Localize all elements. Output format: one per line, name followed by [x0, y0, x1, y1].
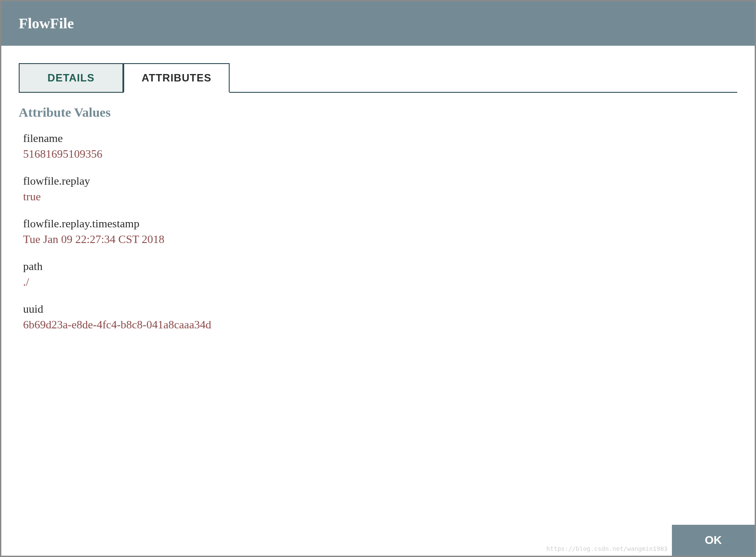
attribute-item: flowfile.replay.timestamp Tue Jan 09 22:…: [23, 217, 737, 246]
attribute-item: filename 51681695109356: [23, 132, 737, 161]
attribute-item: flowfile.replay true: [23, 175, 737, 203]
ok-button[interactable]: OK: [672, 525, 755, 556]
attribute-value: Tue Jan 09 22:27:34 CST 2018: [23, 233, 737, 246]
tab-details[interactable]: DETAILS: [19, 63, 123, 92]
attribute-value: ./: [23, 276, 737, 289]
dialog-title: FlowFile: [19, 15, 737, 32]
attribute-item: path ./: [23, 260, 737, 289]
attribute-name: flowfile.replay.timestamp: [23, 217, 737, 230]
dialog-header: FlowFile: [1, 1, 755, 46]
tabs-container: DETAILS ATTRIBUTES: [19, 63, 737, 93]
attribute-item: uuid 6b69d23a-e8de-4fc4-b8c8-041a8caaa34…: [23, 303, 737, 331]
section-title: Attribute Values: [19, 105, 737, 120]
attribute-name: filename: [23, 132, 737, 145]
watermark: https://blog.csdn.net/wangmin1983: [546, 545, 668, 552]
tab-attributes[interactable]: ATTRIBUTES: [123, 63, 230, 93]
attribute-name: uuid: [23, 303, 737, 316]
attribute-value: 51681695109356: [23, 148, 737, 161]
flowfile-dialog: FlowFile DETAILS ATTRIBUTES Attribute Va…: [1, 1, 755, 556]
attribute-value: true: [23, 190, 737, 203]
attribute-name: flowfile.replay: [23, 175, 737, 188]
dialog-content: DETAILS ATTRIBUTES Attribute Values file…: [1, 46, 755, 525]
attribute-list: filename 51681695109356 flowfile.replay …: [19, 132, 737, 331]
attribute-value: 6b69d23a-e8de-4fc4-b8c8-041a8caaa34d: [23, 318, 737, 331]
attribute-name: path: [23, 260, 737, 273]
